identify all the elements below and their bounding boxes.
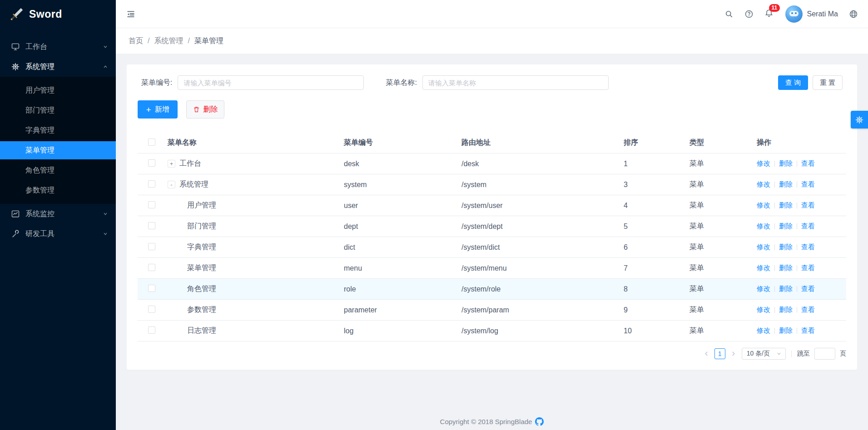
menu-code-label: 菜单编号: <box>141 78 172 88</box>
delete-link[interactable]: 删除 <box>779 159 793 168</box>
menu-name: 参数管理 <box>163 305 344 315</box>
sidebar-item-param-mgmt[interactable]: 参数管理 <box>0 181 116 199</box>
globe-icon[interactable] <box>849 10 858 19</box>
page-size-select[interactable]: 10 条/页 <box>742 348 786 360</box>
row-checkbox[interactable] <box>148 180 155 188</box>
main-area: 11 Serati Ma 首页 / 系统管理 / 菜单管理 菜单编号: <box>116 0 868 430</box>
column-header-name: 菜单名称 <box>163 138 344 148</box>
edit-link[interactable]: 修改 <box>757 285 770 293</box>
action-divider <box>797 265 797 271</box>
sidebar-item-system[interactable]: 系统管理 <box>0 57 116 77</box>
sidebar-item-dict-mgmt[interactable]: 字典管理 <box>0 121 116 139</box>
expand-toggle[interactable]: + <box>168 160 175 168</box>
row-checkbox[interactable] <box>148 326 155 334</box>
menu-name-input[interactable] <box>422 75 609 90</box>
sort-value: 4 <box>624 202 689 210</box>
avatar[interactable] <box>785 5 803 23</box>
jump-page-input[interactable] <box>814 348 835 360</box>
settings-drawer-button[interactable] <box>851 111 868 129</box>
row-checkbox[interactable] <box>148 306 155 313</box>
row-checkbox[interactable] <box>148 159 155 167</box>
chevron-down-icon <box>776 351 782 356</box>
row-checkbox[interactable] <box>148 285 155 292</box>
help-icon[interactable] <box>744 10 754 19</box>
view-link[interactable]: 查看 <box>801 180 815 189</box>
sidebar-item-workbench[interactable]: 工作台 <box>0 37 116 57</box>
user-name[interactable]: Serati Ma <box>807 10 838 18</box>
table-row: 菜单管理 menu /system/menu 7 菜单 修改删除查看 <box>138 258 846 279</box>
route-path: /system/dict <box>461 243 624 252</box>
action-divider <box>774 203 775 208</box>
select-all-checkbox[interactable] <box>148 138 155 146</box>
menu-name: 部门管理 <box>163 222 344 231</box>
edit-link[interactable]: 修改 <box>757 159 770 168</box>
edit-link[interactable]: 修改 <box>757 306 770 314</box>
delete-link[interactable]: 删除 <box>779 285 793 293</box>
row-checkbox[interactable] <box>148 243 155 250</box>
sidebar-item-devtools[interactable]: 研发工具 <box>0 224 116 244</box>
page-unit-label: 页 <box>840 350 846 358</box>
row-checkbox[interactable] <box>148 264 155 271</box>
search-icon[interactable] <box>724 10 734 19</box>
menu-code: dept <box>344 222 461 231</box>
menu-fold-icon[interactable] <box>126 10 135 19</box>
sidebar-item-role-mgmt[interactable]: 角色管理 <box>0 161 116 179</box>
search-button[interactable]: 查 询 <box>778 75 808 90</box>
notifications-button[interactable]: 11 <box>764 9 774 20</box>
sidebar-item-dept-mgmt[interactable]: 部门管理 <box>0 101 116 119</box>
breadcrumb-system[interactable]: 系统管理 <box>154 36 183 46</box>
add-button[interactable]: + 新增 <box>138 100 178 119</box>
delete-link[interactable]: 删除 <box>779 326 793 335</box>
sidebar-item-menu-mgmt[interactable]: 菜单管理 <box>0 141 116 159</box>
row-checkbox[interactable] <box>148 201 155 208</box>
route-path: /system/menu <box>461 264 624 272</box>
delete-link[interactable]: 删除 <box>779 264 793 272</box>
view-link[interactable]: 查看 <box>801 243 815 252</box>
menu-name: 字典管理 <box>163 242 344 252</box>
delete-link[interactable]: 删除 <box>779 201 793 210</box>
reset-button[interactable]: 重 置 <box>813 75 843 90</box>
sidebar-item-monitor[interactable]: 系统监控 <box>0 204 116 224</box>
delete-link[interactable]: 删除 <box>779 180 793 189</box>
delete-link[interactable]: 删除 <box>779 243 793 252</box>
breadcrumb-home[interactable]: 首页 <box>129 36 143 46</box>
delete-link[interactable]: 删除 <box>779 222 793 231</box>
menu-code-input[interactable] <box>178 75 364 90</box>
prev-page-icon[interactable] <box>704 351 710 357</box>
github-icon[interactable] <box>535 417 544 426</box>
collapse-toggle[interactable]: - <box>168 181 175 188</box>
line-chart-icon <box>11 209 20 218</box>
jump-label: 跳至 <box>797 350 810 358</box>
row-checkbox[interactable] <box>148 222 155 229</box>
sort-value: 7 <box>624 264 689 272</box>
app-layout: Sword 工作台 <box>0 0 868 430</box>
next-page-icon[interactable] <box>730 351 736 357</box>
edit-link[interactable]: 修改 <box>757 222 770 231</box>
view-link[interactable]: 查看 <box>801 264 815 272</box>
action-divider <box>774 286 775 292</box>
menu-code: dict <box>344 243 461 252</box>
edit-link[interactable]: 修改 <box>757 180 770 189</box>
view-link[interactable]: 查看 <box>801 306 815 314</box>
view-link[interactable]: 查看 <box>801 222 815 231</box>
delete-button[interactable]: 删除 <box>186 100 224 119</box>
plus-icon: + <box>146 105 151 114</box>
view-link[interactable]: 查看 <box>801 201 815 210</box>
page-number-button[interactable]: 1 <box>714 348 725 359</box>
route-path: /system <box>461 181 624 189</box>
view-link[interactable]: 查看 <box>801 326 815 335</box>
action-divider <box>797 161 797 167</box>
type-value: 菜单 <box>689 305 757 315</box>
menu-name: 工作台 <box>179 159 201 168</box>
sidebar-item-user-mgmt[interactable]: 用户管理 <box>0 81 116 99</box>
view-link[interactable]: 查看 <box>801 159 815 168</box>
breadcrumb-current: 菜单管理 <box>194 36 223 46</box>
edit-link[interactable]: 修改 <box>757 243 770 252</box>
edit-link[interactable]: 修改 <box>757 264 770 272</box>
type-value: 菜单 <box>689 180 757 189</box>
view-link[interactable]: 查看 <box>801 285 815 293</box>
delete-link[interactable]: 删除 <box>779 306 793 314</box>
edit-link[interactable]: 修改 <box>757 201 770 210</box>
breadcrumb-separator: / <box>148 37 149 45</box>
edit-link[interactable]: 修改 <box>757 326 770 335</box>
